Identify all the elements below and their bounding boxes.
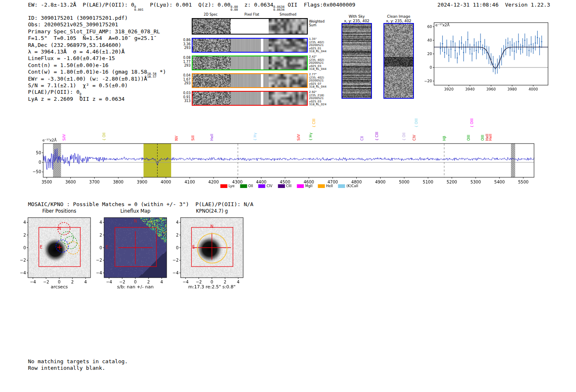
legend-label: (K)CaII	[346, 184, 358, 188]
spec2d-image	[193, 39, 231, 52]
stacked-value: 0.06340.0634	[273, 5, 284, 12]
stack-bottom: 18.57	[147, 75, 157, 79]
weighted-sum-line: Weighted	[309, 20, 325, 23]
legend-label: OII	[248, 184, 253, 188]
spec2d-right-labels: 1.35"(235, 402)20200521v025_01318_RL_044	[309, 38, 329, 53]
legend-label: CIII	[286, 184, 291, 188]
spec2d-left-labels: 0.041.67293	[180, 74, 190, 86]
legend-swatch	[297, 184, 304, 188]
smoothed-image	[269, 39, 307, 52]
clean-image-header: Clean Image x, y: 235, 402	[386, 14, 411, 23]
right-label: 318_RL_044	[309, 86, 329, 89]
spec2d-left-labels: 0.030.91313	[180, 91, 190, 103]
legend-swatch	[318, 184, 325, 188]
full-spectrum-plot	[33, 108, 539, 186]
info-line: Primary Spec_Slot_IFU_AMP: 318_026_078_R…	[28, 28, 166, 35]
info-line: LyA z = 2.2609 OII z = 0.0634	[28, 96, 166, 102]
info-line: ID: 3090175201 (3090175201.pdf)	[28, 15, 166, 21]
stacked-value: 0.000.00	[230, 5, 238, 12]
spectrum-legend: LyαOIICIVCIIIMgIIHeII(K)CaII	[221, 184, 358, 188]
left-label: 0.04	[180, 74, 190, 78]
info-line: F=1.5" T=0.105 N̄=1.54 A=0.10̄ g=25.1̄	[28, 35, 166, 42]
header-text: P(Lyα): 0.001 Q(z): 0.00	[144, 2, 230, 8]
info-line: S/N = 7.1(±2.1) χ² = 0.5(±0.0)	[28, 82, 166, 89]
pixelflat-image	[231, 39, 269, 52]
spec2d-row	[192, 18, 308, 35]
legend-item: OII	[240, 184, 253, 188]
right-label: 318_RL_044	[309, 50, 329, 53]
legend-label: CIV	[267, 184, 272, 188]
legend-swatch	[278, 184, 285, 188]
mosaic-status-line: MOSAIC/KPNO : Possible Matches = 0 (with…	[28, 201, 253, 207]
spec2d-right-labels: 2.92"(235, 218)20200521v025_03318_RL_024	[309, 91, 329, 107]
info-line: Cont(n) = 1.50(±0.00)e-16	[28, 62, 166, 69]
spec2d-left-labels: 0.081.77293	[180, 56, 190, 68]
cutout-xlabel-sb: s/b: nan +/- nan	[117, 284, 154, 290]
legend-item: Lyα	[221, 184, 235, 188]
legend-swatch	[221, 184, 228, 188]
header-text: OII Flags:0x00400009	[284, 2, 355, 8]
info-text: P(LAE)/P(OII): 0	[28, 89, 79, 95]
withsky-header: With Sky x, y: 235, 402	[344, 14, 369, 23]
spec2d-row	[192, 38, 308, 53]
info-block: ID: 3090175201 (3090175201.pdf)Obs: 2020…	[28, 15, 166, 102]
spec2d-right-labels: 2.77"(235, 402)20200521v025_07318_RL_044	[309, 73, 329, 89]
legend-label: MgII	[305, 184, 313, 188]
header-text: EW: -2.8±-13.2Å P(LAE)/P(OII): 0	[28, 2, 134, 8]
pixelflat-image	[231, 92, 269, 105]
left-label: 293	[180, 46, 190, 50]
smoothed-image	[269, 19, 307, 34]
info-line: EWr = -3.30(±1.00) (w: -2.80(±0.81))Å	[28, 76, 166, 82]
info-line: P(LAE)/P(OII): 000	[28, 89, 166, 95]
legend-item: CIV	[258, 184, 272, 188]
legend-label: HeII	[326, 184, 333, 188]
spec2d-col-title: Smoothed	[280, 13, 297, 16]
cutout-title-lineflux-map: Lineflux Map	[120, 208, 150, 214]
withsky-image	[341, 23, 372, 99]
info-line: Cont(w) = 1.80(±0.01)e-16 (gmag 18.5818.…	[28, 69, 166, 75]
left-label: 0.03	[180, 91, 190, 95]
info-line: λ = 3964.13Å σ = 4.46(±1.20)Å	[28, 49, 166, 55]
legend-label: Lyα	[229, 184, 235, 188]
info-text: *)	[156, 69, 166, 75]
spec2d-col-title: Pixel Flat	[244, 13, 259, 16]
left-label: 313	[180, 99, 190, 103]
stack-bottom: 0.0634	[273, 8, 284, 12]
info-line: LineFlux = -1.60(±0.47)e-15	[28, 55, 166, 62]
legend-swatch	[338, 184, 345, 188]
info-line: Obs: 20200521v025_3090175201	[28, 21, 166, 28]
spec2d-right-labels: 2.42"(235, 402)20200521v025_03318_RL_044	[309, 56, 329, 71]
cutout-title-kpno: KPNO(24.7) g	[196, 208, 228, 214]
spec2d-image	[193, 19, 231, 34]
weighted-sum-line: Sum	[309, 23, 325, 27]
left-label: 0.91	[180, 95, 190, 100]
left-label: 293	[180, 64, 190, 68]
header-text: z: 0.0634	[238, 2, 273, 8]
spec2d-left-labels: 0.863.36293	[180, 38, 190, 50]
info-line: RA,Dec (232.968979,53.164600)	[28, 42, 166, 49]
legend-item: (K)CaII	[338, 184, 358, 188]
left-label: 1.77	[180, 60, 190, 64]
spec2d-image	[193, 74, 231, 87]
spec2d-col-title: 2D Spec	[204, 13, 217, 16]
left-label: 1.67	[180, 78, 190, 82]
clean-image-title: Clean Image	[386, 14, 411, 19]
pixelflat-empty-cell	[231, 19, 269, 34]
smoothed-image	[269, 56, 307, 70]
pixelflat-image	[231, 56, 269, 70]
left-label: 293	[180, 81, 190, 86]
legend-item: HeII	[318, 184, 333, 188]
stack-bottom: 0.00	[230, 8, 238, 12]
cutout-xlabel-mag: m:17.3 re:2.5" s:0.8"	[188, 284, 235, 290]
fiber-positions-cutout	[15, 215, 99, 285]
withsky-title: With Sky	[344, 14, 369, 19]
right-label: 318_RL_024	[309, 103, 329, 107]
cutout-title-fiber-positions: Fiber Positions	[42, 208, 77, 214]
legend-item: MgII	[297, 184, 313, 188]
clean-image	[383, 23, 414, 99]
header-stats: EW: -2.8±-13.2Å P(LAE)/P(OII): 000.001 P…	[28, 2, 355, 12]
stacked-value: 00.001	[134, 5, 144, 12]
info-text: Cont(w) = 1.80(±0.01)e-16 (gmag 18.58	[28, 69, 147, 75]
legend-swatch	[258, 184, 265, 188]
spec2d-row	[192, 56, 308, 70]
